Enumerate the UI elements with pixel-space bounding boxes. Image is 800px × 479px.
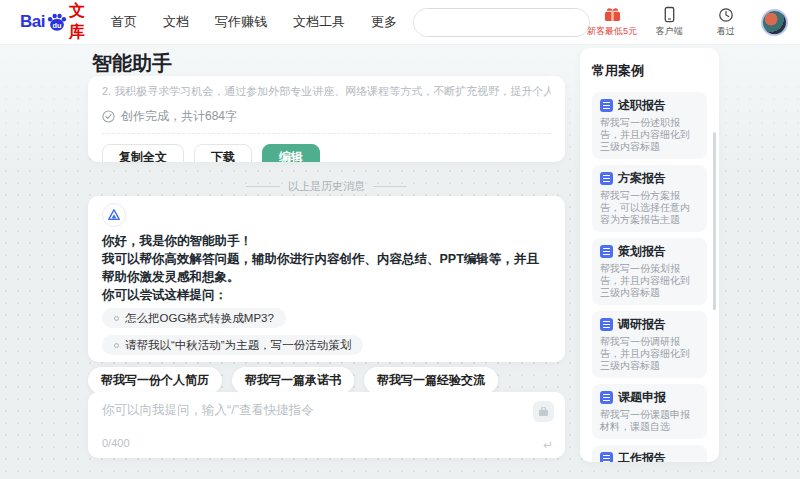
- assistant-try-hint: 你可以尝试这样提问：: [102, 286, 551, 304]
- case-item-gongzuo-report[interactable]: 工作报告 帮我写一份工作报告，工作类型随机: [592, 445, 707, 462]
- send-icon: [538, 407, 549, 417]
- logo-text-wenku: 文库: [69, 1, 85, 43]
- case-item-diaoyan-report[interactable]: 调研报告 帮我写一份调研报告，并且内容细化到三级内容标题: [592, 311, 707, 378]
- char-counter: 0/400: [102, 437, 130, 449]
- nav-link-write-earn[interactable]: 写作赚钱: [215, 13, 267, 31]
- user-avatar[interactable]: [761, 9, 788, 36]
- document-icon: [600, 318, 613, 331]
- logo-text-bai: Bai: [20, 12, 45, 32]
- search-bar: 搜索文档: [413, 8, 590, 37]
- quick-prompt-chips: 帮我写一份个人简历 帮我写一篇承诺书 帮我写一篇经验交流: [88, 367, 498, 394]
- case-title: 策划报告: [618, 243, 666, 260]
- case-desc: 帮我写一份调研报告，并且内容细化到三级内容标题: [600, 336, 699, 372]
- viewed-label: 看过: [717, 25, 735, 38]
- suggestion-chip-midautumn-plan[interactable]: 请帮我以“中秋活动”为主题，写一份活动策划: [102, 335, 363, 355]
- creation-status-row: 创作完成，共计684字: [102, 108, 551, 125]
- nav-links: 首页 文档 写作赚钱 文档工具 更多: [111, 13, 397, 31]
- clock-icon: [718, 7, 734, 23]
- history-viewed-entry[interactable]: 看过: [704, 7, 748, 38]
- assistant-message-card: 你好，我是你的智能助手！ 我可以帮你高效解答问题，辅助你进行内容创作、内容总结、…: [88, 196, 565, 362]
- promo-label: 新客最低5元: [587, 25, 637, 38]
- case-title: 调研报告: [618, 316, 666, 333]
- history-divider-text: 以上是历史消息: [288, 179, 365, 194]
- common-cases-panel: 常用案例 述职报告 帮我写一份述职报告，并且内容细化到三级内容标题 方案报告 帮…: [580, 48, 719, 462]
- check-circle-icon: [102, 110, 115, 123]
- promo-gift-icon: [603, 6, 622, 23]
- suggestion-list: 怎么把OGG格式转换成MP3? 请帮我以“中秋活动”为主题，写一份活动策划 请辅…: [102, 308, 551, 362]
- top-navbar: Bai du 文库 首页 文档 写作赚钱 文档工具 更多 搜索文档: [0, 0, 800, 45]
- chat-input[interactable]: [102, 402, 502, 430]
- document-icon: [600, 99, 613, 112]
- case-title: 述职报告: [618, 97, 666, 114]
- copy-full-text-button[interactable]: 复制全文: [102, 144, 184, 162]
- divider-line-left: [246, 186, 280, 187]
- case-desc: 帮我写一份课题申报材料，课题自选: [600, 409, 699, 433]
- case-desc: 帮我写一份述职报告，并且内容细化到三级内容标题: [600, 117, 699, 153]
- navbar-right-tools: 新客最低5元 客户端 看过: [590, 6, 788, 38]
- client-app-entry[interactable]: 客户端: [647, 6, 691, 38]
- enter-key-icon: ↵: [543, 438, 553, 452]
- sidebar-scrollbar[interactable]: [713, 132, 716, 310]
- new-user-promo[interactable]: 新客最低5元: [590, 6, 634, 38]
- document-icon: [600, 245, 613, 258]
- generated-document-card: 2. 我积极寻求学习机会，通过参加外部专业讲座、网络课程等方式，不断扩充视野，提…: [88, 76, 565, 162]
- download-button[interactable]: 下载: [194, 144, 252, 162]
- chat-input-card: 0/400 ↵: [88, 392, 565, 458]
- suggestion-chip-ogg-mp3[interactable]: 怎么把OGG格式转换成MP3?: [102, 308, 286, 328]
- creation-status-text: 创作完成，共计684字: [121, 108, 237, 125]
- svg-text:du: du: [52, 21, 61, 30]
- assistant-message-text: 你好，我是你的智能助手！ 我可以帮你高效解答问题，辅助你进行内容创作、内容总结、…: [102, 232, 551, 304]
- dashed-divider: [102, 133, 551, 134]
- nav-link-docs[interactable]: 文档: [163, 13, 189, 31]
- quick-chip-commitment[interactable]: 帮我写一篇承诺书: [232, 367, 354, 394]
- document-actions: 复制全文 下载 编辑: [102, 144, 551, 162]
- case-desc: 帮我写一份方案报告，可以选择任意内容为方案报告主题: [600, 190, 699, 226]
- document-icon: [600, 391, 613, 404]
- baidu-paw-icon: du: [46, 11, 68, 33]
- suggestion-text: 怎么把OGG格式转换成MP3?: [125, 311, 274, 326]
- send-button[interactable]: [533, 401, 554, 422]
- document-icon: [600, 172, 613, 185]
- assistant-avatar: [102, 203, 126, 227]
- nav-link-more[interactable]: 更多: [371, 13, 397, 31]
- document-icon: [600, 452, 613, 462]
- history-divider: 以上是历史消息: [88, 178, 565, 194]
- divider-line-right: [373, 186, 407, 187]
- case-item-shuzhi-report[interactable]: 述职报告 帮我写一份述职报告，并且内容细化到三级内容标题: [592, 92, 707, 159]
- search-input[interactable]: [414, 9, 590, 36]
- bullet-icon: [114, 316, 119, 321]
- page-title: 智能助手: [92, 50, 172, 77]
- suggestion-text: 请帮我以“中秋活动”为主题，写一份活动策划: [125, 338, 351, 353]
- common-cases-title: 常用案例: [592, 62, 707, 80]
- case-title: 课题申报: [618, 389, 666, 406]
- client-label: 客户端: [656, 25, 683, 38]
- generated-text-snippet: 2. 我积极寻求学习机会，通过参加外部专业讲座、网络课程等方式，不断扩充视野，提…: [102, 84, 551, 99]
- phone-icon: [662, 6, 677, 23]
- bullet-icon: [114, 343, 119, 348]
- edit-button[interactable]: 编辑: [262, 144, 320, 162]
- case-item-keti-shenbao[interactable]: 课题申报 帮我写一份课题申报材料，课题自选: [592, 384, 707, 439]
- assistant-intro: 我可以帮你高效解答问题，辅助你进行内容创作、内容总结、PPT编辑等，并且帮助你激…: [102, 250, 551, 286]
- assistant-logo-icon: [107, 208, 121, 222]
- nav-link-doc-tools[interactable]: 文档工具: [293, 13, 345, 31]
- assistant-greeting: 你好，我是你的智能助手！: [102, 232, 551, 250]
- case-item-cehua-report[interactable]: 策划报告 帮我写一份策划报告，并且内容细化到三级内容标题: [592, 238, 707, 305]
- quick-chip-experience[interactable]: 帮我写一篇经验交流: [364, 367, 498, 394]
- case-item-fangan-report[interactable]: 方案报告 帮我写一份方案报告，可以选择任意内容为方案报告主题: [592, 165, 707, 232]
- nav-link-home[interactable]: 首页: [111, 13, 137, 31]
- case-title: 工作报告: [618, 450, 666, 462]
- case-desc: 帮我写一份策划报告，并且内容细化到三级内容标题: [600, 263, 699, 299]
- baidu-wenku-logo[interactable]: Bai du 文库: [20, 1, 85, 43]
- case-title: 方案报告: [618, 170, 666, 187]
- quick-chip-resume[interactable]: 帮我写一份个人简历: [88, 367, 222, 394]
